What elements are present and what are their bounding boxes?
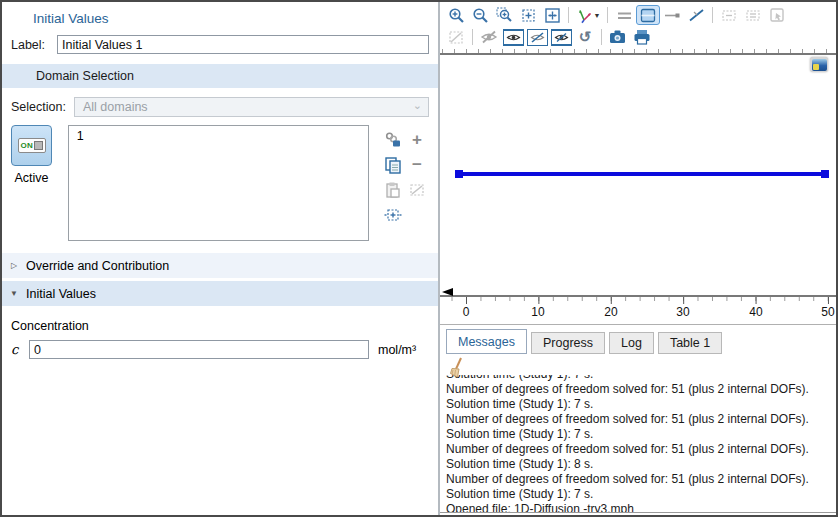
active-toggle-button[interactable]: ON [11, 125, 52, 166]
log-line: Number of degrees of freedom solved for:… [446, 412, 836, 427]
section-initial-values[interactable]: ▼ Initial Values [2, 281, 438, 306]
select-entities-button-disabled[interactable] [765, 5, 789, 25]
zoom-in-button[interactable] [444, 5, 468, 25]
axis-tick-label: 0 [463, 305, 470, 319]
empty-slot [405, 202, 429, 227]
selection-dropdown[interactable]: All domains ⌄ [74, 97, 429, 117]
axis-origin-marker-icon [442, 288, 453, 296]
domain-list[interactable]: 1 [68, 125, 369, 241]
toolbar-separator [568, 7, 569, 23]
log-line: Solution time (Study 1): 7 s. [446, 397, 836, 412]
tab-messages[interactable]: Messages [446, 329, 527, 354]
graphics-panel: ▼ [440, 2, 836, 515]
domain-list-item[interactable]: 1 [77, 129, 360, 143]
zoom-to-selection-view-button[interactable] [516, 5, 540, 25]
line-segment-button[interactable] [660, 5, 684, 25]
zoom-to-selection-button[interactable] [381, 202, 405, 227]
geometry-line[interactable] [459, 172, 828, 176]
view-unhidden-button[interactable] [501, 27, 525, 47]
go-to-default-view-button[interactable]: ▼ [573, 5, 603, 25]
view-hidden-button[interactable] [525, 27, 549, 47]
collapsed-arrow-icon: ▷ [2, 261, 26, 270]
paste-icon [384, 181, 402, 199]
geometry-endpoint-right[interactable] [821, 170, 829, 178]
clear-messages-broom-icon[interactable] [449, 357, 465, 379]
axis-tick-label: 10 [531, 305, 544, 319]
x-axis-ruler: 0 10 20 30 40 50 [440, 295, 836, 323]
section-override-label: Override and Contribution [26, 259, 169, 273]
toolbar-separator [712, 7, 713, 23]
interval-view-button[interactable] [636, 5, 660, 25]
diagonal-line-icon [688, 7, 705, 24]
zoom-box-button[interactable] [492, 5, 516, 25]
image-snapshot-button[interactable] [606, 27, 630, 47]
log-line: Solution time (Study 1): 7 s. [446, 427, 836, 442]
messages-log: Solution time (Study 1): 7 s. Number of … [440, 375, 836, 513]
deselect-box-button-disabled[interactable] [741, 5, 765, 25]
select-box-button-disabled[interactable] [717, 5, 741, 25]
caret-down-icon: ▼ [594, 12, 601, 19]
zoom-out-button[interactable] [468, 5, 492, 25]
deselect-icon [408, 181, 426, 199]
section-override-contribution[interactable]: ▷ Override and Contribution [2, 253, 438, 278]
concentration-input[interactable] [29, 340, 369, 359]
on-state-label: ON [21, 141, 33, 150]
graphics-canvas[interactable]: 0 10 20 30 40 50 [440, 47, 836, 324]
clear-hiding-button-disabled[interactable] [444, 27, 468, 47]
log-line: Number of degrees of freedom solved for:… [446, 382, 836, 397]
toolbar-separator [472, 29, 473, 45]
messages-log-viewport[interactable]: Solution time (Study 1): 7 s. Number of … [440, 375, 836, 513]
remove-from-selection-button[interactable]: − [405, 152, 429, 177]
active-selection-row: ON Active 1 + [11, 125, 429, 241]
diagonal-line-button[interactable] [684, 5, 708, 25]
zoom-in-icon [448, 7, 465, 24]
zoom-extents-button[interactable] [540, 5, 564, 25]
messages-content: Solution time (Study 1): 7 s. Number of … [440, 354, 836, 515]
print-button[interactable] [630, 27, 654, 47]
reset-hiding-button[interactable]: ↺ [573, 27, 597, 47]
deselect-disabled-icon [448, 29, 465, 46]
zoom-to-selection-icon [384, 206, 402, 224]
interval-icon [640, 8, 656, 23]
paste-selection-button[interactable] [381, 177, 405, 202]
concentration-unit: mol/m³ [378, 343, 416, 357]
log-line: Number of degrees of freedom solved for:… [446, 442, 836, 457]
tab-table1[interactable]: Table 1 [658, 332, 722, 354]
graphics-toolbar: ▼ [440, 2, 836, 47]
section-domain-selection-label: Domain Selection [2, 69, 134, 83]
tab-log[interactable]: Log [609, 332, 654, 354]
axis-tick-label: 30 [676, 305, 689, 319]
printer-icon [633, 29, 651, 45]
parallel-projection-button[interactable] [612, 5, 636, 25]
copy-selection-button[interactable] [381, 152, 405, 177]
plus-icon: + [412, 131, 422, 148]
chevron-down-icon: ⌄ [413, 99, 422, 112]
messages-panel: Messages Progress Log Table 1 [440, 324, 836, 515]
tab-table1-label: Table 1 [670, 336, 710, 350]
create-selection-button[interactable] [381, 127, 405, 152]
tab-progress[interactable]: Progress [531, 332, 605, 354]
toolbar-separator [601, 29, 602, 45]
section-domain-selection[interactable]: Domain Selection [2, 64, 438, 88]
axis-tick-label: 20 [604, 305, 617, 319]
minus-icon: − [412, 156, 422, 173]
line-point-icon [664, 7, 681, 24]
comsol-logo-icon [810, 57, 828, 72]
log-line: Solution time (Study 1): 8 s. [446, 457, 836, 472]
add-to-selection-button[interactable]: + [405, 127, 429, 152]
axis-triad-icon [576, 7, 593, 24]
eye-slash-icon [480, 29, 498, 45]
hide-entity-button[interactable] [477, 27, 501, 47]
tab-bar: Messages Progress Log Table 1 [440, 325, 836, 354]
copy-icon [384, 156, 402, 174]
dashed-box-icon [721, 7, 738, 24]
section-initial-values-label: Initial Values [26, 287, 96, 301]
boxed-eye-icon [503, 29, 524, 46]
view-all-button[interactable] [549, 27, 573, 47]
concentration-row: c mol/m³ [11, 340, 429, 359]
clear-selection-button[interactable] [405, 177, 429, 202]
axis-tick-label: 40 [749, 305, 762, 319]
geometry-endpoint-left[interactable] [455, 170, 463, 178]
concentration-symbol: c [11, 342, 29, 357]
label-input[interactable] [57, 35, 429, 54]
